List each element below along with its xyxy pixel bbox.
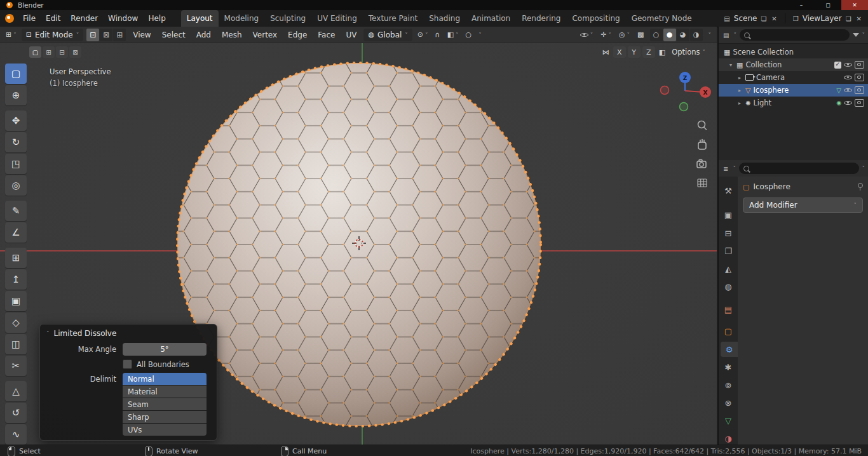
all-boundaries-checkbox[interactable] xyxy=(123,359,132,369)
workspace-tab-modeling[interactable]: Modeling xyxy=(219,10,265,27)
shading-dropdown[interactable]: ˅ xyxy=(707,32,714,38)
tool-move-button[interactable]: ✥ xyxy=(5,111,27,131)
minimize-button[interactable]: – xyxy=(788,0,815,10)
menu-view[interactable]: View xyxy=(129,30,154,39)
overlays-dropdown[interactable]: ◎ ˅ xyxy=(617,30,632,39)
visibility-dropdown[interactable]: ˅ xyxy=(578,30,595,39)
properties-tab-render[interactable]: ▣ xyxy=(721,207,736,222)
snap-settings-dropdown[interactable]: ◧ ˅ xyxy=(445,30,461,39)
delimit-option-sharp[interactable]: Sharp xyxy=(123,411,207,423)
mode-dropdown[interactable]: ⊡ Edit Mode ˅ xyxy=(22,29,83,41)
tool-tweak-select-button[interactable]: ▢ xyxy=(5,64,27,84)
outliner-item-camera[interactable]: ▸ Camera xyxy=(719,71,868,84)
scene-selector[interactable]: Scene xyxy=(734,14,757,23)
menu-mesh[interactable]: Mesh xyxy=(218,30,246,39)
vertex-select-button[interactable]: ⊡ xyxy=(86,29,99,41)
gizmos-dropdown[interactable]: ✛ ˅ xyxy=(599,30,613,39)
properties-tab-collection[interactable]: ▤ xyxy=(721,302,736,317)
hide-viewport-eye-icon[interactable] xyxy=(844,74,852,82)
snap-magnet-button[interactable]: ∩ xyxy=(433,30,442,39)
add-modifier-button[interactable]: Add Modifier ˅ xyxy=(743,198,863,213)
transform-orientation-dropdown[interactable]: ◍ Global ˅ xyxy=(363,29,412,41)
delimit-option-seam[interactable]: Seam xyxy=(123,398,207,410)
tool-transform-button[interactable]: ◎ xyxy=(5,175,27,196)
blender-menu-icon[interactable] xyxy=(5,14,14,23)
properties-search-input[interactable] xyxy=(739,163,859,174)
tool-inset-faces-button[interactable]: ▣ xyxy=(5,291,27,311)
max-angle-field[interactable]: 5° xyxy=(123,343,207,356)
delimit-option-material[interactable]: Material xyxy=(123,386,207,398)
rendered-shading-button[interactable]: ◑ xyxy=(690,29,703,41)
properties-tab-modifiers[interactable]: ⚙ xyxy=(721,342,738,357)
properties-tab-scene[interactable]: ◭ xyxy=(721,261,736,276)
outliner-item-light[interactable]: ▸ ✺ Light ◉ xyxy=(719,97,868,109)
pivot-point-button[interactable]: ⊙ ˅ xyxy=(416,30,430,39)
workspace-tab-uv-editing[interactable]: UV Editing xyxy=(311,10,363,27)
properties-tab-constraints[interactable]: ⊗ xyxy=(721,395,736,410)
face-select-button[interactable]: ⊞ xyxy=(113,29,126,41)
filter-icon[interactable] xyxy=(853,33,859,37)
hide-viewport-eye-icon[interactable] xyxy=(844,61,852,69)
properties-tab-view-layer[interactable]: ❐ xyxy=(721,243,736,258)
delimit-option-normal[interactable]: Normal xyxy=(123,373,207,385)
menu-help[interactable]: Help xyxy=(143,14,170,23)
tool-cursor-button[interactable]: ⊕ xyxy=(5,85,27,105)
proportional-falloff-dropdown[interactable]: ˅ xyxy=(477,32,484,38)
new-scene-icon[interactable]: ❏ xyxy=(759,15,768,22)
disclosure-triangle-icon[interactable]: ▸ xyxy=(736,100,743,106)
disclosure-triangle-icon[interactable]: ▸ xyxy=(736,75,743,81)
close-button[interactable]: ✕ xyxy=(841,0,868,10)
tool-knife-button[interactable]: ✂ xyxy=(5,356,27,376)
menu-file[interactable]: File xyxy=(18,14,41,23)
properties-tab-material[interactable]: ◑ xyxy=(721,431,736,446)
disclosure-triangle-icon[interactable]: ▸ xyxy=(736,88,743,93)
edge-select-button[interactable]: ⊠ xyxy=(100,29,112,41)
menu-uv[interactable]: UV xyxy=(342,30,360,39)
tool-spin-button[interactable]: ↺ xyxy=(5,403,27,423)
workspace-tab-compositing[interactable]: Compositing xyxy=(566,10,625,27)
workspace-tab-shading[interactable]: Shading xyxy=(423,10,466,27)
menu-render[interactable]: Render xyxy=(65,14,103,23)
scene-datablock-icon[interactable]: ▤ xyxy=(722,15,731,22)
tool-smooth-button[interactable]: ∿ xyxy=(5,424,27,445)
disable-render-camera-icon[interactable] xyxy=(855,74,864,81)
solid-shading-button[interactable]: ● xyxy=(663,29,676,41)
menu-edit[interactable]: Edit xyxy=(41,14,65,23)
tool-measure-button[interactable]: ∠ xyxy=(5,222,27,243)
hide-viewport-eye-icon[interactable] xyxy=(844,86,852,95)
viewlayer-icon[interactable]: ❐ xyxy=(792,15,800,22)
menu-select[interactable]: Select xyxy=(158,30,189,39)
pin-icon[interactable] xyxy=(857,183,863,191)
select-set-button[interactable]: ▢ xyxy=(29,46,41,58)
properties-tab-object[interactable]: ▢ xyxy=(721,323,736,339)
outliner-search-input[interactable] xyxy=(740,29,850,41)
menu-vertex[interactable]: Vertex xyxy=(249,30,281,39)
proportional-editing-button[interactable]: ○ xyxy=(464,30,474,39)
editor-type-button[interactable]: ⊞ ˅ xyxy=(4,30,18,39)
properties-editor-type-icon[interactable]: ≣ xyxy=(722,165,729,172)
mirror-x-toggle[interactable]: X xyxy=(613,46,626,58)
menu-add[interactable]: Add xyxy=(193,30,215,39)
maximize-button[interactable]: ◻ xyxy=(815,0,841,10)
mirror-icon[interactable]: ⋈ xyxy=(600,48,611,57)
properties-tab-particles[interactable]: ✱ xyxy=(721,359,736,375)
select-intersect-button[interactable]: ⊠ xyxy=(69,46,81,58)
material-shading-button[interactable]: ◕ xyxy=(677,29,689,41)
collection-checkbox[interactable] xyxy=(834,62,841,69)
tool-scale-button[interactable]: ◳ xyxy=(5,154,27,174)
xray-toggle[interactable]: ▩ xyxy=(635,30,646,39)
tool-add-cube-button[interactable]: ⊞ xyxy=(5,248,27,268)
hide-viewport-eye-icon[interactable] xyxy=(844,99,852,107)
unlink-scene-icon[interactable]: ✕ xyxy=(770,15,778,22)
properties-tab-tool[interactable]: ⚒ xyxy=(721,183,736,198)
disable-render-camera-icon[interactable] xyxy=(855,86,864,94)
disclosure-triangle-icon[interactable]: ▾ xyxy=(728,62,734,68)
tool-poly-build-button[interactable]: △ xyxy=(5,381,27,401)
operator-panel-header[interactable]: ˅ Limited Dissolve xyxy=(40,325,217,341)
remove-viewlayer-icon[interactable]: ✕ xyxy=(855,15,863,22)
delimit-option-uvs[interactable]: UVs xyxy=(123,424,207,436)
properties-tab-world[interactable]: ◍ xyxy=(721,279,736,294)
workspace-tab-layout[interactable]: Layout xyxy=(181,10,219,27)
tool-loop-cut-button[interactable]: ◫ xyxy=(5,334,27,354)
workspace-tab-texture-paint[interactable]: Texture Paint xyxy=(363,10,423,27)
